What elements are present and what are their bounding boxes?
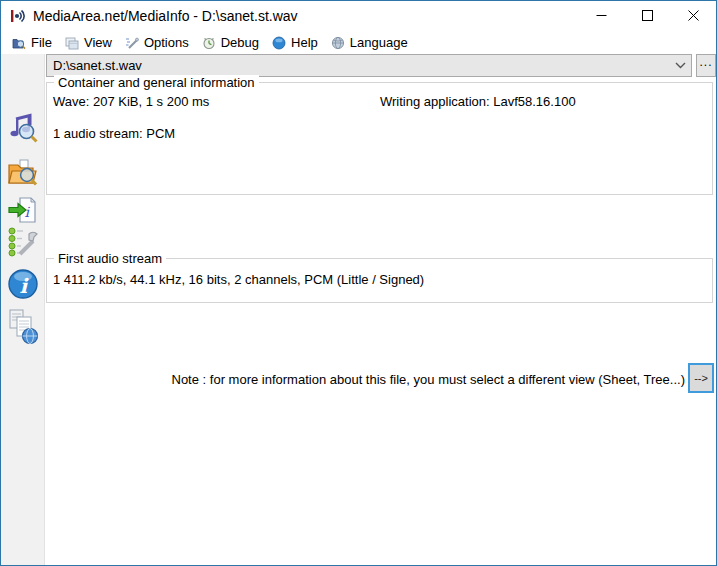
export-info-icon: i xyxy=(7,194,39,229)
about-icon: i xyxy=(6,267,40,304)
open-folder-icon xyxy=(7,157,39,192)
minimize-button[interactable] xyxy=(578,1,624,31)
web-documents-icon xyxy=(6,308,40,349)
menu-language-label: Language xyxy=(350,35,408,50)
file-path-combobox[interactable]: D:\sanet.st.wav xyxy=(46,54,692,77)
maximize-button[interactable] xyxy=(624,1,670,31)
file-menu-icon xyxy=(12,36,26,50)
maximize-icon xyxy=(642,9,653,24)
general-info-legend: Container and general information xyxy=(54,75,259,90)
view-menu-icon xyxy=(65,36,79,50)
toolbar: i xyxy=(1,54,45,565)
general-info-groupbox: Container and general information Wave: … xyxy=(46,82,713,195)
menu-view[interactable]: View xyxy=(61,33,118,52)
window-title: MediaArea.net/MediaInfo - D:\sanet.st.wa… xyxy=(33,1,298,31)
audio-stream-groupbox: First audio stream 1 411.2 kb/s, 44.1 kH… xyxy=(46,258,713,303)
close-button[interactable] xyxy=(670,1,716,31)
menu-file[interactable]: File xyxy=(8,33,58,52)
options-menu-icon xyxy=(125,36,139,50)
browse-button[interactable]: ... xyxy=(696,54,716,77)
preferences-button[interactable] xyxy=(5,225,41,261)
close-icon xyxy=(688,9,699,24)
menu-help[interactable]: Help xyxy=(268,33,324,52)
help-menu-icon xyxy=(272,36,286,50)
stream-count-line: 1 audio stream: PCM xyxy=(53,126,175,141)
debug-menu-icon xyxy=(202,36,216,50)
export-info-button[interactable]: i xyxy=(5,193,41,229)
view-note-text: Note : for more information about this f… xyxy=(172,372,686,387)
menu-help-label: Help xyxy=(291,35,318,50)
menu-options[interactable]: Options xyxy=(121,33,195,52)
mediainfo-window: MediaArea.net/MediaInfo - D:\sanet.st.wa… xyxy=(0,0,717,566)
window-controls xyxy=(578,1,716,31)
menu-view-label: View xyxy=(84,35,112,50)
titlebar[interactable]: MediaArea.net/MediaInfo - D:\sanet.st.wa… xyxy=(1,1,716,31)
chevron-down-icon[interactable] xyxy=(669,62,691,69)
menu-debug-label: Debug xyxy=(221,35,259,50)
file-path-value: D:\sanet.st.wav xyxy=(47,58,669,73)
menu-language[interactable]: Language xyxy=(327,33,414,52)
container-format-line: Wave: 207 KiB, 1 s 200 ms xyxy=(53,94,209,109)
preferences-icon xyxy=(7,226,39,261)
open-folder-button[interactable] xyxy=(5,156,41,192)
next-view-button[interactable]: --> xyxy=(688,363,714,393)
audio-stream-legend: First audio stream xyxy=(54,251,166,266)
language-menu-icon xyxy=(331,36,345,50)
menu-options-label: Options xyxy=(144,35,189,50)
mediainfo-app-icon xyxy=(10,8,26,24)
open-file-icon xyxy=(7,112,39,147)
open-file-button[interactable] xyxy=(5,111,41,147)
web-documents-button[interactable] xyxy=(5,310,41,346)
menu-file-label: File xyxy=(31,35,52,50)
menu-debug[interactable]: Debug xyxy=(198,33,265,52)
minimize-icon xyxy=(596,9,607,24)
writing-application-line: Writing application: Lavf58.16.100 xyxy=(380,94,576,109)
menubar: File View Option xyxy=(1,31,716,54)
about-button[interactable]: i xyxy=(5,267,41,303)
audio-summary-line: 1 411.2 kb/s, 44.1 kHz, 16 bits, 2 chann… xyxy=(53,272,424,287)
